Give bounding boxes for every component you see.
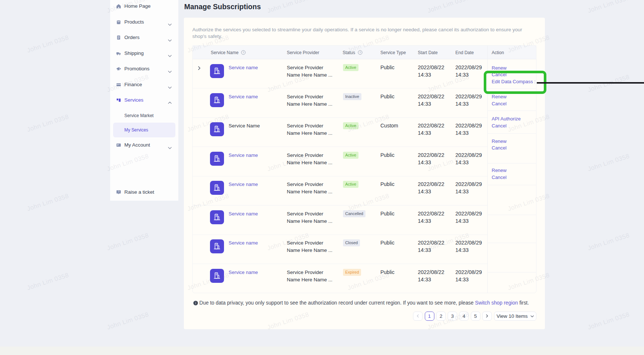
svg-text:i: i xyxy=(195,301,196,305)
svg-text:?: ? xyxy=(118,190,119,193)
svg-text:?: ? xyxy=(359,51,361,54)
svg-text:?: ? xyxy=(242,51,244,54)
